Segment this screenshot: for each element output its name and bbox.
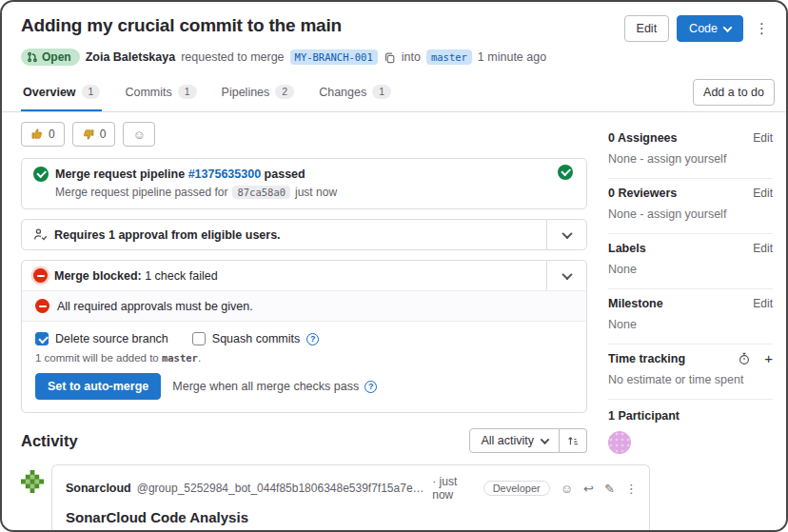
code-button[interactable]: Code xyxy=(677,15,743,42)
approvals-expand-button[interactable] xyxy=(546,220,586,249)
tab-commits[interactable]: Commits 1 xyxy=(123,81,198,111)
squash-commits-checkbox[interactable] xyxy=(192,332,206,345)
time-tracking-section: Time tracking + No estimate or time spen… xyxy=(608,345,773,400)
tab-count-badge: 1 xyxy=(372,85,391,99)
source-branch-chip[interactable]: MY-BRANCH-001 xyxy=(290,49,378,65)
note-title: SonarCloud Code Analysis xyxy=(66,509,636,532)
milestone-edit-button[interactable]: Edit xyxy=(753,297,773,310)
failed-check-icon xyxy=(35,299,49,313)
thumbs-down-count: 0 xyxy=(100,128,107,141)
emoji-picker-button[interactable]: ☺ xyxy=(123,122,154,147)
assignees-value[interactable]: None - assign yourself xyxy=(608,152,773,166)
commit-sha-chip[interactable]: 87ca58a0 xyxy=(232,186,290,199)
approval-rule-text: Requires 1 approval from eligible users. xyxy=(54,228,281,242)
pipeline-link[interactable]: #1375635300 xyxy=(188,167,261,181)
labels-title: Labels xyxy=(608,242,646,255)
approval-user-check-icon xyxy=(33,227,48,242)
note-card: Sonarcloud @group_5252984_bot_044f85b180… xyxy=(51,464,650,532)
set-auto-merge-button[interactable]: Set to auto-merge xyxy=(35,373,161,400)
labels-edit-button[interactable]: Edit xyxy=(753,242,773,255)
auto-merge-help-icon[interactable]: ? xyxy=(364,381,377,393)
activity-filter-dropdown[interactable]: All activity xyxy=(469,428,560,453)
merge-blocked-text: Merge blocked: 1 check failed xyxy=(54,269,218,283)
edit-button[interactable]: Edit xyxy=(624,15,670,42)
author-name[interactable]: Zoia Baletskaya xyxy=(86,50,176,64)
squash-help-icon[interactable]: ? xyxy=(306,333,319,345)
chevron-down-icon xyxy=(723,23,733,32)
pipeline-passed-icon xyxy=(33,167,49,182)
tab-label: Pipelines xyxy=(222,86,270,99)
labels-section: Labels Edit None xyxy=(608,234,773,289)
sort-ascending-icon xyxy=(567,435,579,446)
failed-check-text: All required approvals must be given. xyxy=(57,300,253,313)
copy-branch-button[interactable] xyxy=(384,51,396,64)
reviewers-value[interactable]: None - assign yourself xyxy=(608,207,773,221)
activity-header: Activity All activity xyxy=(21,428,587,453)
tab-changes[interactable]: Changes 1 xyxy=(317,81,393,111)
tab-label: Commits xyxy=(125,86,171,99)
delete-source-branch-option[interactable]: Delete source branch xyxy=(35,332,168,345)
tab-count-badge: 1 xyxy=(82,85,101,99)
approvals-widget: Requires 1 approval from eligible users. xyxy=(21,219,587,250)
target-branch-code: master xyxy=(162,352,198,364)
pipeline-title: Merge request pipeline #1375635300 passe… xyxy=(55,167,305,181)
milestone-title: Milestone xyxy=(608,297,663,310)
target-branch-chip[interactable]: master xyxy=(426,49,472,65)
tab-overview[interactable]: Overview 1 xyxy=(21,81,102,111)
mr-main-column: 0 0 ☺ Merge request pipeline xyxy=(2,112,587,532)
sonarcloud-avatar[interactable] xyxy=(21,470,44,493)
assignees-section: 0 Assignees Edit None - assign yourself xyxy=(608,124,773,179)
mini-pipeline-status-icon[interactable] xyxy=(558,165,573,180)
copy-icon xyxy=(384,51,396,64)
merge-blocked-icon xyxy=(33,268,48,283)
into-text: into xyxy=(402,50,421,64)
delete-source-branch-label[interactable]: Delete source branch xyxy=(55,332,168,345)
merge-checks-expand-button[interactable] xyxy=(546,261,586,290)
assignees-edit-button[interactable]: Edit xyxy=(753,131,773,145)
time-tracking-title: Time tracking xyxy=(608,352,685,365)
merge-options-section: Delete source branch Squash commits ? 1 … xyxy=(22,321,586,412)
tab-label: Overview xyxy=(23,86,76,99)
requested-to-merge-text: requested to merge xyxy=(181,50,284,64)
status-badge: Open xyxy=(21,49,80,66)
commit-count-note: 1 commit will be added to master. xyxy=(35,352,573,364)
chevron-down-icon xyxy=(561,227,572,238)
chevron-down-icon xyxy=(561,268,572,279)
activity-filter-label: All activity xyxy=(481,434,534,447)
labels-value: None xyxy=(608,263,773,276)
thumbs-down-button[interactable]: 0 xyxy=(72,122,116,147)
kebab-menu-icon[interactable]: ⋮ xyxy=(751,18,773,39)
thumbs-up-button[interactable]: 0 xyxy=(21,122,65,147)
emoji-reaction-button[interactable]: ☺ xyxy=(561,482,573,496)
participant-avatar[interactable] xyxy=(608,431,631,454)
reviewers-section: 0 Reviewers Edit None - assign yourself xyxy=(608,179,773,234)
add-todo-button[interactable]: Add a to do xyxy=(693,79,775,106)
delete-source-branch-checkbox[interactable] xyxy=(35,332,49,345)
page-title: Adding my crucial commit to the main xyxy=(21,15,624,36)
activity-note: Sonarcloud @group_5252984_bot_044f85b180… xyxy=(21,464,587,532)
milestone-value: None xyxy=(608,318,773,331)
participants-title: 1 Participant xyxy=(608,409,773,423)
note-author-link[interactable]: Sonarcloud xyxy=(66,482,131,495)
tab-pipelines[interactable]: Pipelines 2 xyxy=(220,81,297,111)
pipeline-widget: Merge request pipeline #1375635300 passe… xyxy=(21,158,587,209)
reviewers-title: 0 Reviewers xyxy=(608,187,677,200)
failed-check-row: All required approvals must be given. xyxy=(22,290,586,321)
merge-widget: Merge blocked: 1 check failed All requir… xyxy=(21,260,587,413)
mr-tabbar: Overview 1 Commits 1 Pipelines 2 Changes… xyxy=(2,69,786,112)
time-tracking-value: No estimate or time spent xyxy=(608,373,773,386)
status-badge-label: Open xyxy=(42,50,71,64)
reviewers-edit-button[interactable]: Edit xyxy=(753,187,773,200)
activity-heading: Activity xyxy=(21,432,469,450)
chevron-down-icon xyxy=(541,435,550,444)
assignees-title: 0 Assignees xyxy=(608,131,678,145)
add-time-entry-button[interactable]: + xyxy=(764,354,773,364)
tab-label: Changes xyxy=(319,86,366,99)
thumbs-up-icon xyxy=(30,128,44,141)
squash-commits-option[interactable]: Squash commits ? xyxy=(192,332,319,345)
squash-commits-label[interactable]: Squash commits xyxy=(212,332,300,345)
merge-request-icon xyxy=(27,51,38,63)
sort-direction-button[interactable] xyxy=(560,428,587,453)
tab-count-badge: 1 xyxy=(178,85,197,99)
note-timestamp: · just now xyxy=(432,475,477,502)
